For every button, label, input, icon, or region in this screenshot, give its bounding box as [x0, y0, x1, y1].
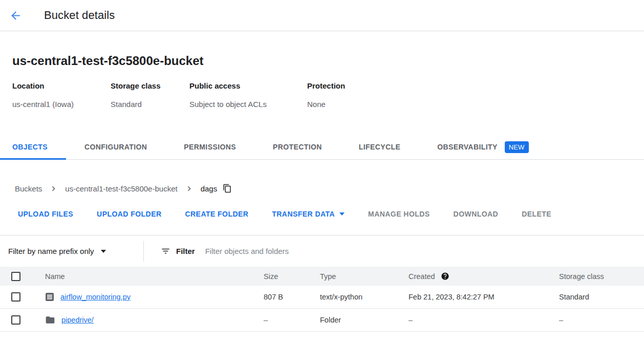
- filter-objects-input[interactable]: [204, 246, 644, 256]
- new-badge: NEW: [505, 141, 529, 153]
- tab-label: OBJECTS: [12, 143, 48, 151]
- bucket-meta-row: Locationus-central1 (Iowa)Storage classS…: [12, 81, 632, 109]
- column-header-label: Name: [45, 272, 65, 281]
- action-button-label: DOWNLOAD: [454, 210, 499, 218]
- copy-icon: [223, 184, 232, 193]
- delete-button[interactable]: DELETE: [510, 205, 563, 223]
- tab-bar: OBJECTSCONFIGURATIONPERMISSIONSPROTECTIO…: [0, 135, 644, 160]
- cell-created: –: [409, 316, 559, 324]
- meta-label: Public access: [189, 81, 307, 91]
- tab-protection[interactable]: PROTECTION: [254, 135, 340, 159]
- cell-size: –: [264, 316, 320, 324]
- cell-type: text/x-python: [320, 293, 409, 301]
- table-row: pipedrive/–Folder––: [0, 309, 644, 332]
- select-all-checkbox[interactable]: [11, 272, 20, 281]
- filter-mode-dropdown[interactable]: Filter by name prefix only: [0, 247, 143, 255]
- meta-value: Standard: [111, 100, 189, 109]
- action-bar: UPLOAD FILESUPLOAD FOLDERCREATE FOLDERTR…: [0, 204, 644, 224]
- table-header: NameSizeTypeCreatedStorage class: [0, 267, 644, 286]
- cell-name: pipedrive/: [32, 315, 264, 325]
- meta-label: Location: [12, 81, 111, 91]
- action-button-label: UPLOAD FOLDER: [97, 210, 161, 218]
- meta-label: Protection: [307, 81, 345, 91]
- table-body: airflow_monitoring.py807 Btext/x-pythonF…: [0, 286, 644, 332]
- cell-storage-class: –: [559, 316, 644, 324]
- table-row: airflow_monitoring.py807 Btext/x-pythonF…: [0, 286, 644, 309]
- tab-label: CONFIGURATION: [84, 143, 147, 151]
- tab-objects[interactable]: OBJECTS: [0, 135, 66, 159]
- column-header-size: Size: [264, 272, 320, 281]
- breadcrumb-item-buckets[interactable]: Buckets: [15, 184, 42, 193]
- column-header-storage-class: Storage class: [559, 272, 644, 281]
- upload-files-button[interactable]: UPLOAD FILES: [6, 205, 85, 223]
- breadcrumb-item-dags: dags: [201, 184, 218, 193]
- page-title: Bucket details: [44, 9, 115, 22]
- topbar: Bucket details: [0, 0, 644, 31]
- bucket-summary: us-central1-test-f3c5800e-bucket Locatio…: [0, 31, 644, 109]
- download-button[interactable]: DOWNLOAD: [442, 205, 510, 223]
- bucket-meta-public-access: Public accessSubject to object ACLs: [189, 81, 307, 109]
- row-checkbox[interactable]: [11, 292, 20, 302]
- meta-value: Subject to object ACLs: [189, 100, 307, 109]
- copy-button[interactable]: [223, 184, 232, 193]
- tab-label: PERMISSIONS: [184, 143, 236, 151]
- object-link[interactable]: pipedrive/: [61, 316, 94, 324]
- action-button-label: MANAGE HOLDS: [368, 210, 430, 218]
- column-header-created: Created: [409, 272, 559, 281]
- filter-bar: Filter by name prefix only Filter: [0, 235, 644, 267]
- upload-folder-button[interactable]: UPLOAD FOLDER: [85, 205, 173, 223]
- bucket-meta-protection: ProtectionNone: [307, 81, 345, 109]
- cell-storage-class: Standard: [559, 293, 644, 301]
- transfer-data-button[interactable]: TRANSFER DATA: [260, 205, 356, 223]
- row-checkbox-cell: [0, 292, 32, 302]
- breadcrumb-item-us-central1-test-f3c5800e-bucket[interactable]: us-central1-test-f3c5800e-bucket: [65, 184, 177, 193]
- select-all-cell: [0, 272, 32, 281]
- action-button-label: UPLOAD FILES: [18, 210, 73, 218]
- column-header-type: Type: [320, 272, 409, 281]
- created-help-icon[interactable]: [441, 272, 449, 281]
- meta-label: Storage class: [111, 81, 189, 91]
- column-header-label: Storage class: [559, 272, 604, 281]
- tab-label: OBSERVABILITY: [437, 143, 497, 151]
- meta-value: us-central1 (Iowa): [12, 100, 111, 109]
- filter-mode-label: Filter by name prefix only: [8, 247, 94, 255]
- cell-created: Feb 21, 2023, 8:42:27 PM: [409, 293, 559, 301]
- filter-label: Filter: [176, 247, 195, 255]
- cell-name: airflow_monitoring.py: [32, 292, 264, 302]
- column-header-name: Name: [32, 272, 264, 281]
- chevron-down-icon: [339, 212, 345, 216]
- vertical-divider: [143, 241, 144, 262]
- column-header-label: Type: [320, 272, 336, 281]
- column-header-label: Size: [264, 272, 278, 281]
- tab-configuration[interactable]: CONFIGURATION: [66, 135, 165, 159]
- bucket-meta-storage-class: Storage classStandard: [111, 81, 189, 109]
- action-button-label: DELETE: [522, 210, 551, 218]
- filter-list-icon: [161, 246, 170, 256]
- tab-observability[interactable]: OBSERVABILITYNEW: [419, 135, 547, 159]
- action-button-label: CREATE FOLDER: [185, 210, 248, 218]
- bucket-meta-location: Locationus-central1 (Iowa): [12, 81, 111, 109]
- back-button[interactable]: [9, 9, 22, 22]
- cell-size: 807 B: [264, 293, 320, 301]
- row-checkbox-cell: [0, 315, 32, 325]
- tab-permissions[interactable]: PERMISSIONS: [165, 135, 254, 159]
- chevron-right-icon: [49, 184, 58, 194]
- action-button-label: TRANSFER DATA: [272, 210, 335, 218]
- create-folder-button[interactable]: CREATE FOLDER: [173, 205, 260, 223]
- chevron-down-icon: [101, 250, 106, 253]
- back-arrow-icon: [9, 9, 22, 22]
- column-header-label: Created: [409, 272, 435, 281]
- meta-value: None: [307, 100, 345, 109]
- manage-holds-button[interactable]: MANAGE HOLDS: [356, 205, 442, 223]
- tab-label: LIFECYCLE: [359, 143, 400, 151]
- tab-lifecycle[interactable]: LIFECYCLE: [340, 135, 419, 159]
- breadcrumb: Bucketsus-central1-test-f3c5800e-bucketd…: [15, 182, 644, 195]
- bucket-name: us-central1-test-f3c5800e-bucket: [12, 54, 632, 68]
- object-link[interactable]: airflow_monitoring.py: [60, 293, 131, 301]
- chevron-right-icon: [184, 184, 194, 194]
- folder-icon: [45, 315, 55, 325]
- row-checkbox[interactable]: [11, 315, 20, 325]
- tab-label: PROTECTION: [273, 143, 322, 151]
- file-icon: [45, 292, 54, 302]
- cell-type: Folder: [320, 316, 409, 324]
